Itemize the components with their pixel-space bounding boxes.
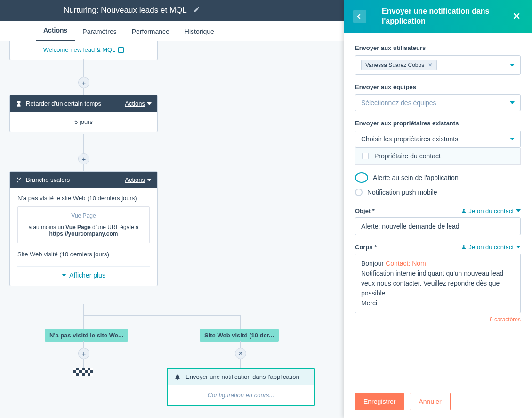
branch-chip-left[interactable]: N'a pas visité le site We... <box>45 329 128 342</box>
rule-title: Vue Page <box>24 213 144 219</box>
chevron-left-icon <box>357 14 362 19</box>
side-panel-header: Envoyer une notification dans l'applicat… <box>344 0 532 33</box>
card-branch-header: Branche si/alors Actions <box>10 172 157 188</box>
card-delay-actions[interactable]: Actions <box>125 100 152 107</box>
add-step-button[interactable]: + <box>78 77 89 88</box>
connector <box>83 359 84 368</box>
tab-historique[interactable]: Historique <box>177 28 222 41</box>
contact-token-link[interactable]: Jeton du contact <box>461 207 521 214</box>
remove-user-icon[interactable]: ✕ <box>428 62 433 68</box>
branch-chip-right[interactable]: Site Web visité (10 der... <box>200 329 279 342</box>
connector <box>83 164 84 171</box>
connector <box>83 315 240 316</box>
branch-condition-2: Site Web visité (10 derniers jours) <box>17 251 150 258</box>
caret-down-icon <box>147 179 152 181</box>
radio-icon <box>355 189 363 196</box>
owners-option-contact-owner[interactable]: Propriétaire du contact <box>355 148 521 165</box>
contact-token-link-body[interactable]: Jeton du contact <box>461 244 521 251</box>
edit-title-icon[interactable] <box>193 6 200 15</box>
caret-down-icon <box>510 64 515 66</box>
cancel-button[interactable]: Annuler <box>410 393 450 410</box>
tab-performance[interactable]: Performance <box>124 28 177 41</box>
checkbox[interactable] <box>362 153 369 159</box>
close-panel-button[interactable]: ✕ <box>510 10 523 23</box>
user-chip: Vanessa Suarez Cobos ✕ <box>361 60 437 70</box>
remove-step-button[interactable]: ✕ <box>235 348 246 359</box>
branch-condition-title: N'a pas visité le site Web (10 derniers … <box>17 195 150 202</box>
connector <box>240 359 241 368</box>
radio-icon <box>355 172 368 183</box>
connector <box>83 88 84 95</box>
owners-label: Envoyer aux propriétaires existants <box>355 120 521 127</box>
subject-input[interactable] <box>355 217 521 235</box>
caret-down-icon <box>516 246 521 248</box>
user-icon <box>461 208 467 213</box>
enrollment-link[interactable]: Welcome new lead & MQL <box>43 46 124 53</box>
show-more-link[interactable]: Afficher plus <box>17 266 150 279</box>
users-label: Envoyer aux utilisateurs <box>355 44 521 51</box>
users-select[interactable]: Vanessa Suarez Cobos ✕ <box>355 55 521 75</box>
hourglass-icon <box>16 100 22 107</box>
workflow-title: Nurturing: Nouveaux leads et MQL <box>64 6 187 15</box>
char-count: 9 caractères <box>355 316 521 323</box>
chevron-down-icon <box>62 274 66 277</box>
tab-actions[interactable]: Actions <box>36 26 75 41</box>
card-branch-actions[interactable]: Actions <box>125 176 152 183</box>
add-step-button[interactable]: + <box>78 153 89 164</box>
caret-down-icon <box>510 101 515 104</box>
card-delay-header: Retarder d'un certain temps Actions <box>10 95 157 112</box>
caret-down-icon <box>147 102 152 105</box>
teams-select[interactable]: Sélectionnez des équipes <box>355 94 521 111</box>
card-notification-header: Envoyer une notification dans l'applicat… <box>168 369 314 385</box>
side-panel-footer: Enregistrer Annuler <box>344 385 532 418</box>
rule-text: a au moins un Vue Page d'une URL égale à… <box>24 224 144 237</box>
finish-icon <box>73 368 93 376</box>
side-panel: Envoyer une notification dans l'applicat… <box>344 0 532 418</box>
back-button[interactable] <box>353 10 366 23</box>
teams-label: Envoyer aux équipes <box>355 83 521 90</box>
connector <box>240 315 241 329</box>
bell-icon <box>174 374 181 380</box>
caret-down-icon <box>510 138 515 140</box>
connector <box>83 315 84 329</box>
add-step-button[interactable]: + <box>78 348 89 359</box>
card-delay[interactable]: Retarder d'un certain temps Actions 5 jo… <box>9 95 158 132</box>
workflow-canvas[interactable]: Welcome new lead & MQL + Retarder d'un c… <box>0 41 344 418</box>
connector <box>83 304 84 315</box>
card-notification-status: Configuration en cours... <box>168 385 314 405</box>
tab-parametres[interactable]: Paramètres <box>75 28 124 41</box>
user-icon <box>461 244 467 250</box>
body-token: Contact: Nom <box>386 260 426 267</box>
branch-rule-box: Vue Page a au moins un Vue Page d'une UR… <box>17 206 150 243</box>
radio-push-mobile[interactable]: Notification push mobile <box>355 186 521 199</box>
save-button[interactable]: Enregistrer <box>355 393 404 410</box>
caret-down-icon <box>516 209 521 212</box>
branch-icon <box>16 177 22 183</box>
delay-value: 5 jours <box>10 112 157 132</box>
side-panel-body: Envoyer aux utilisateurs Vanessa Suarez … <box>344 33 532 385</box>
card-send-notification[interactable]: Envoyer une notification dans l'applicat… <box>167 368 315 406</box>
card-enrollment[interactable]: Welcome new lead & MQL <box>9 41 158 60</box>
owners-select[interactable]: Choisir les propriétaires existants <box>355 131 521 148</box>
body-textarea[interactable]: Bonjour Contact: Nom Notification intern… <box>355 254 521 313</box>
body-label: Corps * <box>355 244 377 251</box>
external-link-icon <box>118 47 124 53</box>
radio-in-app-alert[interactable]: Alerte au sein de l'application <box>355 170 521 186</box>
subject-label: Objet * <box>355 207 375 214</box>
card-branch[interactable]: Branche si/alors Actions N'a pas visité … <box>9 171 158 286</box>
side-panel-title: Envoyer une notification dans l'applicat… <box>382 7 510 26</box>
